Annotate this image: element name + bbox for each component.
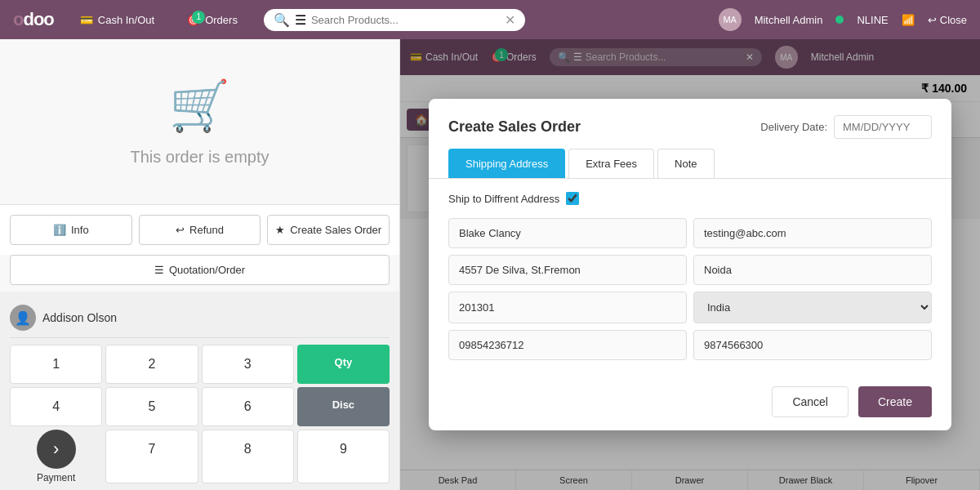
cash-icon: 💳 — [80, 14, 93, 26]
tab-shipping-address[interactable]: Shipping Address — [448, 149, 565, 178]
address-form: India USA UK Australia Canada — [448, 218, 932, 360]
search-input[interactable] — [311, 14, 500, 26]
cart-icon: 🛒 — [169, 77, 230, 135]
key-3[interactable]: 3 — [202, 345, 294, 384]
payment-label: Payment — [37, 472, 75, 483]
customer-row: 👤 Addison Olson — [10, 298, 390, 338]
numpad-grid: 1 2 3 Qty 4 5 6 Disc › Payment 7 8 9 — [10, 345, 390, 483]
delivery-date-input[interactable] — [834, 115, 932, 139]
city-field[interactable] — [693, 255, 932, 285]
clear-search-icon[interactable]: ✕ — [505, 12, 515, 28]
odoo-logo: odoo — [13, 9, 54, 30]
wifi-icon: 📶 — [902, 14, 915, 26]
create-sales-order-button[interactable]: ★ Create Sales Order — [267, 215, 390, 245]
left-panel: 🛒 This order is empty ℹ️ Info ↩ Refund ★… — [0, 39, 400, 490]
orders-badge: 1 — [192, 11, 205, 24]
list-icon: ☰ — [295, 12, 306, 28]
empty-cart-area: 🛒 This order is empty — [0, 39, 399, 204]
key-8[interactable]: 8 — [202, 430, 294, 483]
create-button[interactable]: Create — [858, 386, 932, 417]
name-field[interactable] — [448, 218, 687, 248]
cancel-button[interactable]: Cancel — [772, 386, 849, 417]
refund-icon: ↩ — [176, 224, 185, 236]
zip-field[interactable] — [448, 292, 687, 323]
key-9[interactable]: 9 — [297, 430, 390, 483]
right-panel: 💳 Cash In/Out 🎯 1 Orders 🔍 ☰ ✕ MA Mitche… — [400, 39, 980, 490]
delivery-date-label: Delivery Date: — [760, 121, 827, 133]
admin-name: Mitchell Admin — [755, 14, 823, 26]
key-6[interactable]: 6 — [202, 387, 294, 426]
info-icon: ℹ️ — [53, 224, 66, 236]
orders-badge-wrap: 🎯 1 — [187, 14, 200, 26]
tab-note[interactable]: Note — [657, 149, 714, 178]
ship-different-row: Ship to Diffrent Address — [448, 192, 932, 205]
payment-button[interactable]: › — [37, 430, 76, 469]
info-button[interactable]: ℹ️ Info — [10, 215, 132, 245]
payment-cell: › Payment — [10, 430, 102, 483]
star-icon: ★ — [275, 224, 285, 236]
main-area: 🛒 This order is empty ℹ️ Info ↩ Refund ★… — [0, 39, 980, 490]
refund-button[interactable]: ↩ Refund — [139, 215, 261, 245]
phone1-field[interactable] — [448, 330, 687, 360]
key-1[interactable]: 1 — [10, 345, 102, 384]
key-4[interactable]: 4 — [10, 387, 102, 426]
key-7[interactable]: 7 — [105, 430, 198, 483]
create-sales-order-modal: Create Sales Order Delivery Date: Shippi… — [429, 99, 951, 430]
numpad-area: 👤 Addison Olson 1 2 3 Qty 4 5 6 Disc › P… — [0, 292, 399, 490]
customer-name: Addison Olson — [42, 311, 117, 324]
customer-avatar: 👤 — [10, 305, 36, 331]
qty-key[interactable]: Qty — [297, 345, 390, 384]
online-label: NLINE — [857, 14, 888, 26]
close-button[interactable]: ↩ Close — [928, 14, 967, 26]
disc-key[interactable]: Disc — [297, 387, 390, 426]
key-2[interactable]: 2 — [105, 345, 198, 384]
tab-extra-fees[interactable]: Extra Fees — [568, 149, 654, 178]
quotation-button[interactable]: ☰ Quotation/Order — [10, 255, 390, 285]
search-icon: 🔍 — [274, 12, 290, 28]
search-bar[interactable]: 🔍 ☰ ✕ — [264, 9, 525, 31]
address-field[interactable] — [448, 255, 687, 285]
orders-button[interactable]: 🎯 1 Orders — [180, 11, 244, 29]
modal-tabs: Shipping Address Extra Fees Note — [429, 149, 951, 179]
country-select[interactable]: India USA UK Australia Canada — [693, 292, 932, 323]
modal-title: Create Sales Order — [448, 118, 581, 136]
delivery-date-group: Delivery Date: — [760, 115, 932, 139]
key-5[interactable]: 5 — [105, 387, 198, 426]
quotation-icon: ☰ — [154, 264, 164, 276]
modal-footer: Cancel Create — [429, 373, 951, 430]
empty-cart-text: This order is empty — [130, 148, 269, 167]
ship-diff-checkbox[interactable] — [566, 192, 579, 205]
phone2-field[interactable] — [693, 330, 932, 360]
email-field[interactable] — [693, 218, 932, 248]
admin-avatar: MA — [719, 8, 742, 31]
action-bar: ℹ️ Info ↩ Refund ★ Create Sales Order — [0, 204, 399, 255]
ship-diff-label: Ship to Diffrent Address — [448, 193, 559, 205]
cash-in-out-button[interactable]: 💳 Cash In/Out — [74, 11, 161, 29]
online-dot — [835, 14, 844, 26]
modal-body: Ship to Diffrent Address India USA UK Au… — [429, 179, 951, 373]
top-navbar: odoo 💳 Cash In/Out 🎯 1 Orders 🔍 ☰ ✕ MA M… — [0, 0, 980, 39]
modal-header: Create Sales Order Delivery Date: — [429, 99, 951, 149]
topbar-right: MA Mitchell Admin NLINE 📶 ↩ Close — [719, 8, 967, 31]
